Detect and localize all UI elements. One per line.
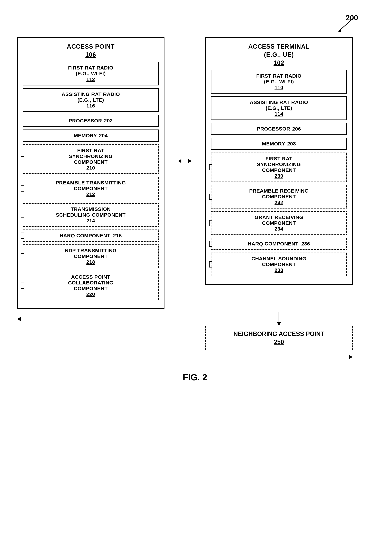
middle-arrow-column [178, 156, 191, 166]
ap-ndp-tx-text: NDP TRANSMITTING COMPONENT 218 [27, 248, 155, 265]
ap-tx-scheduling-text: TRANSMISSION SCHEDULING COMPONENT 214 [27, 206, 155, 224]
ap-processor-box: PROCESSOR 202 [23, 115, 159, 127]
figure-caption: FIG. 2 [17, 372, 373, 382]
main-diagram: ACCESS POINT 106 FIRST RAT RADIO (E.G., … [17, 27, 373, 382]
ap-memory-label: MEMORY [74, 133, 97, 139]
at-memory-box: MEMORY 208 [211, 138, 347, 150]
access-terminal-box: ACCESS TERMINAL (E.G., UE) 102 FIRST RAT… [205, 37, 353, 285]
at-preamble-rx-text: PREAMBLE RECEIVING COMPONENT 232 [215, 188, 343, 205]
at-processor-label: PROCESSOR [257, 126, 290, 132]
at-ref: 102 [211, 59, 347, 66]
horiz-double-arrow [178, 156, 191, 166]
at-processor-ref: 206 [292, 126, 301, 132]
neighbor-title: NEIGHBORING ACCESS POINT [211, 330, 347, 337]
ap-collab-text: ACCESS POINT COLLABORATING COMPONENT 220 [27, 274, 155, 297]
neighbor-ap-arrow-row [205, 352, 353, 362]
ap-first-rat-radio-text: FIRST RAT RADIO (E.G., WI-FI) 112 [27, 65, 155, 82]
ap-neighbor-horiz-arrow [17, 314, 164, 324]
ap-tx-scheduling-box: TRANSMISSION SCHEDULING COMPONENT 214 [23, 203, 159, 227]
at-channel-sounding-text: CHANNEL SOUNDING COMPONENT 238 [215, 256, 343, 273]
at-assisting-rat-radio-text: ASSISTING RAT RADIO (E.G., LTE) 114 [215, 100, 343, 117]
svg-marker-5 [17, 317, 21, 321]
ap-first-rat-sync-box: FIRST RAT SYNCHRONIZING COMPONENT 210 [23, 144, 159, 174]
at-grant-rx-text: GRANT RECEIVING COMPONENT 234 [215, 214, 343, 232]
ap-preamble-tx-box: PREAMBLE TRANSMITTING COMPONENT 212 [23, 177, 159, 200]
ap-assisting-rat-radio-box: ASSISTING RAT RADIO (E.G., LTE) 116 [23, 88, 159, 112]
at-grant-rx-box: GRANT RECEIVING COMPONENT 234 [211, 211, 347, 235]
bottom-section: NEIGHBORING ACCESS POINT 250 [17, 312, 373, 362]
ap-first-rat-sync-text: FIRST RAT SYNCHRONIZING COMPONENT 210 [27, 148, 155, 171]
svg-marker-9 [349, 355, 353, 359]
ap-preamble-tx-text: PREAMBLE TRANSMITTING COMPONENT 212 [27, 180, 155, 197]
at-preamble-rx-box: PREAMBLE RECEIVING COMPONENT 232 [211, 185, 347, 208]
at-title-line1: ACCESS TERMINAL [211, 43, 347, 50]
at-memory-ref: 208 [287, 141, 296, 147]
bottom-left [17, 312, 164, 324]
ap-memory-box: MEMORY 204 [23, 129, 159, 142]
at-first-rat-sync-box: FIRST RAT SYNCHRONIZING COMPONENT 230 [211, 152, 347, 182]
ap-first-rat-radio-box: FIRST RAT RADIO (E.G., WI-FI) 112 [23, 62, 159, 85]
at-memory-label: MEMORY [262, 141, 285, 147]
at-channel-sounding-box: CHANNEL SOUNDING COMPONENT 238 [211, 253, 347, 276]
at-assisting-rat-radio-box: ASSISTING RAT RADIO (E.G., LTE) 114 [211, 96, 347, 120]
bottom-right: NEIGHBORING ACCESS POINT 250 [205, 312, 353, 362]
at-harq-box: HARQ COMPONENT 236 [211, 238, 347, 250]
at-title-line2: (E.G., UE) [211, 51, 347, 58]
neighbor-ref: 250 [211, 338, 347, 346]
ap-harq-text: HARQ COMPONENT 216 [27, 233, 155, 239]
at-harq-text: HARQ COMPONENT 236 [215, 241, 343, 247]
ap-ndp-tx-box: NDP TRANSMITTING COMPONENT 218 [23, 245, 159, 268]
ref-200-label: 200 [346, 14, 358, 22]
ap-collab-box: ACCESS POINT COLLABORATING COMPONENT 220 [23, 271, 159, 300]
at-processor-box: PROCESSOR 206 [211, 123, 347, 135]
ap-title: ACCESS POINT [23, 43, 159, 50]
ap-ref: 106 [23, 51, 159, 58]
neighbor-ap-horiz-arrow [205, 352, 353, 362]
ap-assisting-rat-radio-text: ASSISTING RAT RADIO (E.G., LTE) 116 [27, 91, 155, 109]
ap-processor-label: PROCESSOR [69, 118, 102, 124]
svg-marker-2 [178, 159, 182, 163]
ap-memory-ref: 204 [99, 133, 108, 139]
svg-marker-4 [188, 159, 191, 163]
at-first-rat-radio-text: FIRST RAT RADIO (E.G., WI-FI) 110 [215, 73, 343, 90]
svg-marker-8 [277, 322, 281, 326]
ap-harq-box: HARQ COMPONENT 216 [23, 230, 159, 242]
main-layout: ACCESS POINT 106 FIRST RAT RADIO (E.G., … [17, 37, 373, 309]
at-neighbor-vert-arrow [274, 312, 284, 326]
at-first-rat-sync-text: FIRST RAT SYNCHRONIZING COMPONENT 230 [215, 156, 343, 179]
ap-neighbor-arrow-row [17, 314, 164, 324]
at-first-rat-radio-box: FIRST RAT RADIO (E.G., WI-FI) 110 [211, 70, 347, 94]
ap-processor-ref: 202 [104, 118, 113, 124]
access-point-box: ACCESS POINT 106 FIRST RAT RADIO (E.G., … [17, 37, 164, 309]
neighbor-box: NEIGHBORING ACCESS POINT 250 [205, 326, 353, 350]
